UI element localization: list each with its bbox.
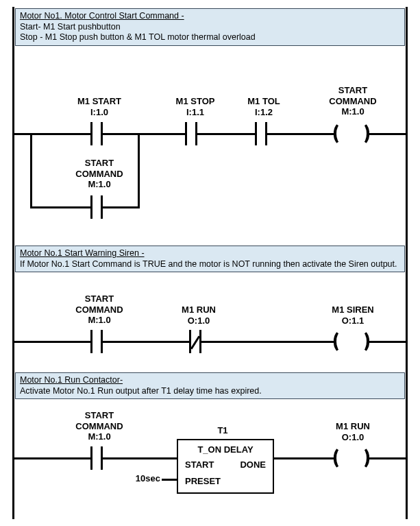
timer-preset-value: 10sec <box>125 473 160 483</box>
rung1-e1-label: M1 START I:1.0 <box>62 96 137 117</box>
rung2-e2-label: M1 RUN O:1.0 <box>164 304 233 326</box>
rung1-comment-line1: Start- M1 Start pushbutton <box>20 22 121 32</box>
wire <box>367 133 406 135</box>
rung3-comment-title: Motor No.1 Run Contactor- <box>20 375 123 385</box>
no-contact-icon <box>185 123 197 144</box>
wire <box>138 133 140 208</box>
rung1-out-label: START COMMAND M:1.0 <box>315 85 391 117</box>
rung3-comment-body: Activate Motor No.1 Run output after T1 … <box>20 386 262 396</box>
wire <box>103 206 140 208</box>
no-contact-icon <box>90 197 103 217</box>
no-contact-icon <box>255 123 267 144</box>
wire <box>14 133 90 135</box>
wire <box>30 206 90 208</box>
wire <box>367 341 406 343</box>
coil-icon <box>336 122 367 145</box>
rung2-comment-body: If Motor No.1 Start Command is TRUE and … <box>20 259 397 269</box>
wire <box>103 341 189 343</box>
wire <box>30 133 32 208</box>
wire <box>274 457 336 459</box>
rung1-branch-label: START COMMAND M:1.0 <box>62 158 137 190</box>
rung1-e3-label: M1 TOL I:1.2 <box>233 96 295 117</box>
timer-input-label: START <box>185 459 214 470</box>
rung1-comment-line2: Stop - M1 Stop push button & M1 TOL moto… <box>20 32 256 42</box>
rung2-comment-title: Motor No.1 Start Warning Siren - <box>20 248 145 258</box>
rung3-comment: Motor No.1 Run Contactor- Activate Motor… <box>15 372 405 399</box>
ladder-diagram: Motor No1. Motor Control Start Command -… <box>0 0 420 526</box>
timer-output-label: DONE <box>240 459 266 470</box>
timer-type: T_ON DELAY <box>197 444 253 455</box>
no-contact-icon <box>90 123 103 144</box>
wire <box>14 341 90 343</box>
power-rail-right <box>406 7 408 519</box>
timer-preset-label: PRESET <box>185 476 221 486</box>
rung1-comment-title: Motor No1. Motor Control Start Command - <box>20 11 184 21</box>
rung3-out-label: M1 RUN O:1.0 <box>315 421 391 442</box>
wire <box>103 457 177 459</box>
rung3-timer-name: T1 <box>182 425 264 436</box>
no-contact-icon <box>90 331 103 352</box>
wire <box>103 133 185 135</box>
coil-icon <box>336 446 367 470</box>
rung1-e2-label: M1 STOP I:1.1 <box>164 96 226 117</box>
wire <box>14 457 90 459</box>
coil-icon <box>336 330 367 353</box>
wire <box>267 133 336 135</box>
nc-contact-icon <box>189 331 201 352</box>
timer-block: T_ON DELAY START DONE PRESET <box>177 439 274 494</box>
wire <box>201 341 336 343</box>
rung3-e1-label: START COMMAND M:1.0 <box>62 410 137 442</box>
wire <box>197 133 255 135</box>
no-contact-icon <box>90 448 103 468</box>
wire <box>162 479 177 481</box>
rung2-out-label: M1 SIREN O:1.1 <box>315 304 391 326</box>
rung2-e1-label: START COMMAND M:1.0 <box>62 294 137 326</box>
power-rail-left <box>12 7 14 519</box>
rung1-comment: Motor No1. Motor Control Start Command -… <box>15 8 405 46</box>
rung2-comment: Motor No.1 Start Warning Siren - If Moto… <box>15 246 405 272</box>
wire <box>367 457 406 459</box>
